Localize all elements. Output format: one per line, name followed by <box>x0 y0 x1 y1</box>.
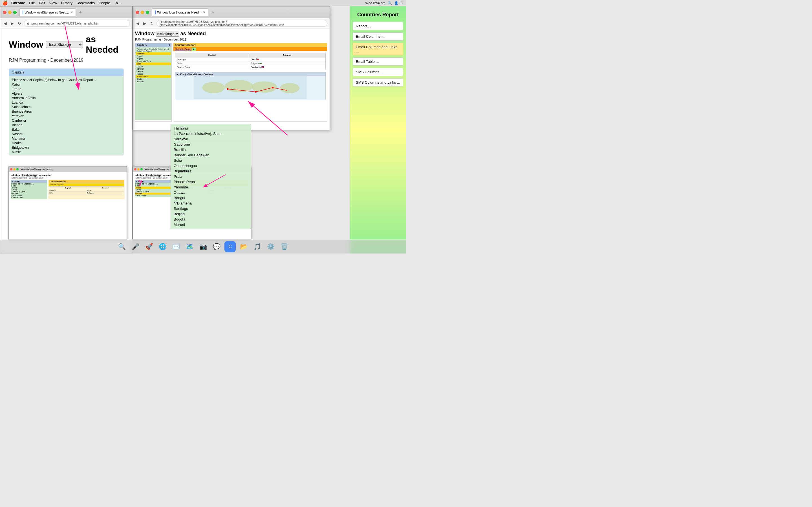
menubar-edit[interactable]: Edit <box>39 1 45 5</box>
list-item[interactable]: Saint John's <box>10 105 122 109</box>
list-item[interactable]: Moroni <box>172 222 249 227</box>
menubar-search-icon[interactable]: 🔍 <box>388 1 392 5</box>
menubar-file[interactable]: File <box>29 1 35 5</box>
dock-mail[interactable]: ✉️ <box>170 241 182 252</box>
right-url-bar[interactable]: rjmprogramming.com.au/HTMLCSS/wls_vs_php… <box>156 20 327 27</box>
list-item[interactable]: Bogotá <box>172 217 249 222</box>
menubar-menu-icon[interactable]: ☰ <box>401 1 404 5</box>
close-button[interactable] <box>3 11 6 14</box>
right-capital-luanda[interactable]: Luanda <box>136 65 171 68</box>
menubar-view[interactable]: View <box>49 1 57 5</box>
right-capital-yerevan[interactable]: Yerevan <box>136 68 171 70</box>
right-maximize-button[interactable] <box>146 11 149 14</box>
right-tab-close[interactable]: ✕ <box>203 11 205 14</box>
right-close-button[interactable] <box>136 11 139 14</box>
dock-trash[interactable]: 🗑️ <box>278 241 290 252</box>
list-item[interactable]: Beijing <box>172 211 249 217</box>
sidebar-btn-email-columns-links[interactable]: Email Columns and Links ... <box>353 43 403 55</box>
dock-photos[interactable]: 📷 <box>197 241 209 252</box>
sidebar-btn-email-columns[interactable]: Email Columns ... <box>353 33 403 41</box>
back-button[interactable]: ◀ <box>3 20 8 26</box>
minimize-button[interactable] <box>8 11 11 14</box>
right-back-button[interactable]: ◀ <box>135 20 140 26</box>
right-capital-bogota[interactable]: Bogotá <box>136 55 171 57</box>
right-select[interactable]: localStorage <box>156 31 179 37</box>
new-tab-button[interactable]: + <box>77 9 84 16</box>
right-capital-phnompenh[interactable]: Phnom Penh <box>136 75 171 78</box>
list-item[interactable]: Minsk <box>10 150 122 154</box>
dock-chrome[interactable]: C <box>224 241 236 252</box>
list-item[interactable]: Sarajevo <box>172 136 249 142</box>
list-item[interactable]: Santiago <box>172 206 249 211</box>
localstorage-select[interactable]: localStorage sessionStorage <box>46 41 83 48</box>
right-forward-button[interactable]: ▶ <box>142 20 147 26</box>
dock-filezilla[interactable]: 📂 <box>238 241 249 252</box>
right-capital-andorra[interactable]: Andorra la Vella <box>136 60 171 62</box>
list-item[interactable]: Yaounde <box>172 184 249 190</box>
menubar-tab[interactable]: Ta... <box>114 1 121 5</box>
sidebar-btn-report[interactable]: Report ... <box>353 22 403 30</box>
apple-menu[interactable]: 🍎 <box>2 0 8 6</box>
list-item[interactable]: La Paz (administrative), Sucr... <box>172 131 249 136</box>
menubar-user-icon[interactable]: 👤 <box>394 1 398 5</box>
dock-music[interactable]: 🎵 <box>252 241 263 252</box>
list-item[interactable]: Canberra <box>10 118 122 123</box>
list-item[interactable]: Algiers <box>10 91 122 96</box>
dock-siri[interactable]: 🎤 <box>130 241 141 252</box>
sidebar-btn-sms-columns[interactable]: SMS Columns ... <box>353 68 403 76</box>
right-tab[interactable]: Window localStorage as Need... ✕ <box>152 8 208 16</box>
menubar-bookmarks[interactable]: Bookmarks <box>77 1 95 5</box>
list-item[interactable]: Bandar Seri Begawan <box>172 152 249 158</box>
right-capital-nassau[interactable]: Nassau <box>136 73 171 75</box>
list-item[interactable]: Manama <box>10 136 122 141</box>
list-item[interactable]: Brussels <box>10 154 122 155</box>
list-item[interactable]: Ouagadougou <box>172 163 249 168</box>
right-new-tab-button[interactable]: + <box>209 9 216 16</box>
list-item[interactable]: Dhaka <box>10 141 122 145</box>
menubar-chrome[interactable]: Chrome <box>11 1 25 5</box>
sidebar-btn-email-table[interactable]: Email Table ... <box>353 57 403 66</box>
dock-finder[interactable]: 🔍 <box>116 241 128 252</box>
capitals-list[interactable]: Please select Capital(s) below to get Co… <box>9 76 123 155</box>
url-bar[interactable]: rjmprogramming.com.au/HTMLCSS/wls_vs_php… <box>24 20 130 27</box>
refresh-button[interactable]: ↻ <box>17 20 22 26</box>
list-item[interactable]: Thimphu <box>172 126 249 131</box>
list-item[interactable]: Bangui <box>172 195 249 201</box>
right-clickable-link[interactable]: Clickable Report <box>175 48 192 50</box>
list-item[interactable]: Bujumbura <box>172 168 249 174</box>
right-minimize-button[interactable] <box>141 11 144 14</box>
right-capital-algiers[interactable]: Algiers <box>136 57 171 60</box>
list-item[interactable]: Baku <box>10 127 122 132</box>
menubar-people[interactable]: People <box>99 1 110 5</box>
right-capitals-list[interactable]: Please select Capital(s) below to get Co… <box>135 47 171 120</box>
right-capital-sofia[interactable]: Sofia <box>136 62 171 65</box>
right-refresh-button[interactable]: ↻ <box>149 20 155 26</box>
list-item[interactable]: Tirane <box>10 87 122 91</box>
list-item[interactable]: Ottawa <box>172 190 249 195</box>
dock-messages[interactable]: 💬 <box>211 241 222 252</box>
list-item[interactable]: Vienna <box>10 123 122 127</box>
list-item[interactable]: N'Djamena <box>172 201 249 206</box>
list-item[interactable]: Gaborone <box>172 142 249 147</box>
right-capital-dhaka[interactable]: Dhaka <box>136 78 171 80</box>
list-item[interactable]: Andorra la Vella <box>10 96 122 100</box>
floating-capitals-list[interactable]: Thimphu La Paz (administrative), Sucr...… <box>170 124 251 229</box>
tab-close-icon[interactable]: ✕ <box>70 11 73 14</box>
dock-maps[interactable]: 🗺️ <box>184 241 195 252</box>
dock-safari[interactable]: 🌐 <box>157 241 168 252</box>
maximize-button[interactable] <box>13 11 17 14</box>
list-item[interactable]: Yerevan <box>10 114 122 118</box>
sidebar-btn-sms-columns-links[interactable]: SMS Columns and Links ... <box>353 78 403 87</box>
right-capital-vienna[interactable]: Vienna <box>136 70 171 73</box>
dock-launchpad[interactable]: 🚀 <box>143 241 154 252</box>
right-capital-santiago[interactable]: Santiago <box>136 52 171 55</box>
list-item[interactable]: Kabul <box>10 82 122 87</box>
list-item[interactable]: Brasilia <box>172 147 249 152</box>
dock-settings[interactable]: ⚙️ <box>265 241 276 252</box>
menubar-history[interactable]: History <box>61 1 72 5</box>
list-item[interactable]: Phnom Penh <box>172 179 249 184</box>
list-item[interactable]: Bridgetown <box>10 145 122 150</box>
tab-main[interactable]: Window localStorage as Need... ✕ <box>19 8 76 16</box>
list-item[interactable]: Buenos Aires <box>10 109 122 114</box>
list-item[interactable]: Sofia <box>172 158 249 163</box>
